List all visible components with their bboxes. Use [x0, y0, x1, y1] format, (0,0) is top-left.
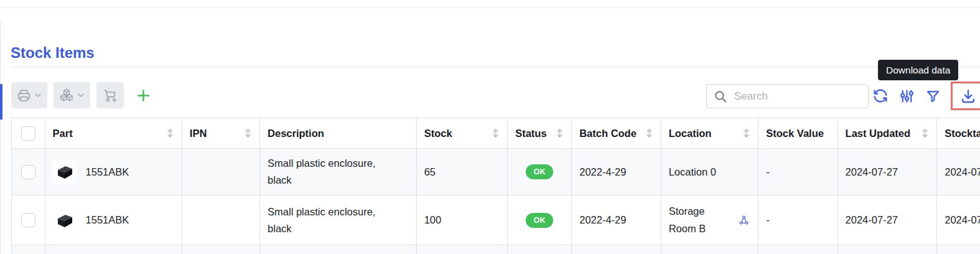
batch-code-cell: 2022-4-29 — [572, 195, 661, 245]
sort-icon[interactable] — [244, 128, 252, 138]
row-select-cell — [12, 149, 45, 195]
column-header-stock-value[interactable]: Stock Value — [758, 118, 838, 149]
cart-plus-icon — [102, 87, 118, 103]
sort-icon[interactable] — [921, 128, 929, 138]
description-text: Small plastic enclosure, black — [268, 204, 392, 237]
column-header-location[interactable]: Location — [661, 118, 758, 149]
panel-left-border — [0, 21, 1, 254]
column-header-last-updated[interactable]: Last Updated — [838, 118, 937, 149]
status-badge: OK — [526, 213, 553, 228]
column-header-description[interactable]: Description — [260, 118, 417, 149]
column-label: Status — [515, 128, 546, 139]
stock-items-table: Part IPN Description Stock Status Batch … — [11, 118, 980, 254]
description-cell: Small plastic enclosure, black — [260, 149, 417, 195]
sort-icon[interactable] — [645, 128, 653, 138]
download-data-button[interactable] — [959, 87, 977, 105]
ipn-cell — [182, 195, 259, 245]
column-label: Batch Code — [579, 128, 637, 139]
part-cell[interactable]: 1551ABK — [45, 195, 182, 245]
sitemap-icon[interactable] — [739, 215, 749, 225]
location-text[interactable]: Storage Room B — [669, 203, 728, 237]
column-label: IPN — [190, 128, 207, 139]
description-text: Small plastic enclosure, black — [268, 155, 392, 188]
column-label: Stocktake — [945, 128, 980, 139]
download-button-highlight — [951, 82, 980, 110]
printer-icon — [16, 88, 32, 103]
header-row: Part IPN Description Stock Status Batch … — [12, 118, 980, 149]
part-thumbnail — [53, 209, 77, 232]
column-label: Last Updated — [846, 128, 911, 139]
description-cell: Small plastic enclosure, black — [260, 195, 417, 245]
search-icon — [714, 90, 727, 103]
stocktake-cell — [937, 245, 980, 254]
download-icon — [959, 87, 977, 105]
stock-actions-button[interactable] — [54, 82, 90, 108]
chevron-down-icon — [77, 91, 85, 100]
page-title: Stock Items — [11, 44, 95, 62]
top-divider — [0, 7, 980, 8]
chevron-down-icon — [34, 91, 42, 100]
status-cell: OK — [508, 195, 572, 245]
row-checkbox[interactable] — [21, 213, 35, 227]
adjustments-icon — [898, 88, 915, 105]
sort-icon[interactable] — [492, 128, 500, 138]
stocktake-cell: 2024-07-27 — [937, 195, 980, 245]
select-all-cell — [12, 118, 45, 149]
table-row[interactable]: 1551ABK Small plastic enclosure, black 6… — [12, 149, 980, 195]
column-header-stocktake[interactable]: Stocktake — [937, 118, 980, 149]
table-toolbar — [11, 82, 151, 108]
active-tab-indicator — [0, 84, 2, 120]
select-all-checkbox[interactable] — [21, 126, 35, 141]
column-header-batch-code[interactable]: Batch Code — [572, 118, 661, 149]
batch-code-cell: 2022-4-29 — [572, 149, 661, 195]
table-row[interactable] — [12, 245, 980, 254]
stock-cell: 100 — [416, 195, 508, 245]
filter-icon — [925, 88, 941, 105]
add-stock-item-button[interactable] — [136, 88, 151, 103]
status-badge: OK — [526, 164, 553, 179]
last-updated-cell: 2024-07-27 — [838, 195, 937, 245]
search-box — [706, 84, 869, 108]
row-checkbox[interactable] — [21, 165, 35, 179]
last-updated-cell: 2024-07-27 — [838, 149, 937, 195]
row-select-cell — [12, 245, 45, 254]
batch-code-cell — [572, 245, 661, 254]
last-updated-cell — [838, 245, 937, 254]
part-thumbnail — [53, 160, 77, 184]
column-label: Part — [53, 128, 73, 139]
column-label: Stock Value — [766, 128, 824, 139]
ipn-cell — [182, 245, 259, 254]
column-header-ipn[interactable]: IPN — [182, 118, 259, 149]
print-actions-button[interactable] — [11, 82, 47, 108]
stock-value-cell: - — [758, 149, 838, 195]
plus-icon — [136, 88, 151, 103]
location-cell[interactable]: Location 0 — [661, 149, 758, 195]
refresh-button[interactable] — [872, 87, 889, 105]
column-header-stock[interactable]: Stock — [416, 118, 508, 149]
search-input[interactable] — [733, 90, 861, 103]
status-cell — [508, 245, 572, 254]
part-cell[interactable]: 1551ABK — [45, 149, 182, 195]
column-header-part[interactable]: Part — [45, 118, 182, 149]
part-name[interactable]: 1551ABK — [86, 214, 129, 226]
column-label: Description — [268, 128, 324, 139]
ipn-cell — [182, 149, 259, 195]
column-header-status[interactable]: Status — [508, 118, 572, 149]
stock-value-cell — [758, 245, 838, 254]
filter-button[interactable] — [925, 88, 941, 105]
refresh-icon — [872, 87, 889, 105]
sort-icon[interactable] — [556, 128, 564, 138]
row-select-cell — [12, 195, 45, 245]
column-label: Location — [669, 128, 712, 139]
table-columns-button[interactable] — [898, 88, 915, 105]
table-row[interactable]: 1551ABK Small plastic enclosure, black 1… — [12, 195, 980, 245]
sort-icon[interactable] — [166, 128, 174, 138]
sort-icon[interactable] — [742, 128, 750, 138]
stock-cell: 65 — [416, 149, 508, 195]
order-stock-button[interactable] — [96, 82, 124, 108]
stocktake-cell: 2024-07-27 — [937, 149, 980, 195]
location-cell[interactable]: Storage Room B — [661, 195, 758, 245]
part-name[interactable]: 1551ABK — [86, 166, 129, 178]
stock-cell — [416, 245, 508, 254]
table-actions — [872, 81, 980, 111]
